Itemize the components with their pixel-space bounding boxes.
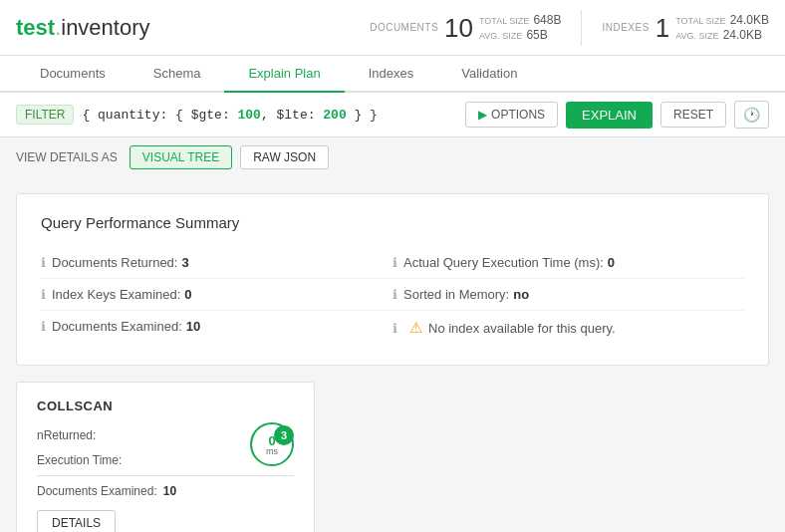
docs-returned-value: 3 <box>181 255 188 270</box>
perf-right-col: ℹ Actual Query Execution Time (ms): 0 ℹ … <box>392 247 744 345</box>
collscan-card: COLLSCAN nReturned: 3 Execution Time: 0 … <box>16 382 315 532</box>
documents-stat: DOCUMENTS 10 TOTAL SIZE 648B AVG. SIZE 6… <box>370 13 561 42</box>
details-button[interactable]: DETAILS <box>37 510 116 532</box>
index-keys-value: 0 <box>184 287 191 302</box>
perf-row-exec-time: ℹ Actual Query Execution Time (ms): 0 <box>392 247 744 279</box>
view-toolbar: VIEW DETAILS AS VISUAL TREE RAW JSON <box>0 137 785 177</box>
indexes-total-size: TOTAL SIZE 24.0KB <box>675 13 769 27</box>
info-icon-2: ℹ <box>41 287 46 302</box>
stat-divider <box>581 10 582 46</box>
nav-tabs: Documents Schema Explain Plan Indexes Va… <box>0 56 785 93</box>
filter-badge[interactable]: FILTER <box>16 105 74 125</box>
perf-row-docs-examined: ℹ Documents Examined: 10 <box>41 311 392 342</box>
visual-tree-button[interactable]: VISUAL TREE <box>130 145 232 169</box>
info-icon-3: ℹ <box>41 319 46 334</box>
options-arrow-icon: ▶ <box>478 108 487 122</box>
total-size-val2: 24.0KB <box>730 13 769 27</box>
reset-button[interactable]: RESET <box>660 102 726 128</box>
raw-json-button[interactable]: RAW JSON <box>240 145 329 169</box>
sorted-label: Sorted in Memory: <box>403 287 509 302</box>
collscan-divider <box>37 475 294 476</box>
query-close: } } <box>347 108 378 123</box>
view-as-label: VIEW DETAILS AS <box>16 150 118 164</box>
indexes-count: 1 <box>655 15 669 41</box>
docs-examined-val: 10 <box>163 484 176 498</box>
explain-button[interactable]: EXPLAIN <box>566 102 653 129</box>
query-comma: , $lte: <box>261 108 323 123</box>
avg-size-val1: 65B <box>526 28 547 42</box>
documents-avg-size: AVG. SIZE 65B <box>479 28 561 42</box>
sorted-value: no <box>513 287 529 302</box>
documents-total-size: TOTAL SIZE 648B <box>479 13 561 27</box>
index-keys-label: Index Keys Examined: <box>52 287 180 302</box>
warning-icon: ⚠ <box>409 319 422 337</box>
header: test.inventory DOCUMENTS 10 TOTAL SIZE 6… <box>0 0 785 56</box>
avg-size-label2: AVG. SIZE <box>675 31 718 41</box>
documents-size-group: TOTAL SIZE 648B AVG. SIZE 65B <box>479 13 561 42</box>
collscan-exectime-row: Execution Time: <box>37 453 224 467</box>
exec-time-label2: Execution Time: <box>37 453 122 467</box>
docs-examined-label: Documents Examined: <box>52 319 182 334</box>
query-toolbar: FILTER { quantity: { $gte: 100, $lte: 20… <box>0 93 785 137</box>
info-icon-5: ℹ <box>392 287 397 302</box>
perf-row-warning: ℹ ⚠ No index available for this query. <box>392 311 744 345</box>
indexes-avg-size: AVG. SIZE 24.0KB <box>675 28 769 42</box>
tab-schema[interactable]: Schema <box>130 56 225 93</box>
tab-indexes[interactable]: Indexes <box>345 56 438 93</box>
logo-test: test <box>16 15 55 40</box>
perf-row-index-keys: ℹ Index Keys Examined: 0 <box>41 279 392 311</box>
documents-label: DOCUMENTS <box>370 22 438 33</box>
tab-documents[interactable]: Documents <box>16 56 130 93</box>
exec-time-value: 0 <box>608 255 615 270</box>
exec-time-circle: 0 ms <box>250 422 294 466</box>
total-size-label1: TOTAL SIZE <box>479 16 529 26</box>
docs-examined-value: 10 <box>186 319 200 334</box>
total-size-val1: 648B <box>533 13 561 27</box>
perf-row-sorted: ℹ Sorted in Memory: no <box>392 279 744 311</box>
collscan-title: COLLSCAN <box>37 399 294 413</box>
options-label: OPTIONS <box>491 108 545 122</box>
options-button[interactable]: ▶ OPTIONS <box>465 102 558 128</box>
exec-time-unit: ms <box>266 446 278 456</box>
nreturned-label: nReturned: <box>37 428 96 442</box>
history-icon: 🕐 <box>743 107 760 123</box>
avg-size-val2: 24.0KB <box>723 28 762 42</box>
avg-size-label1: AVG. SIZE <box>479 31 522 41</box>
performance-summary: Query Performance Summary ℹ Documents Re… <box>16 193 769 366</box>
logo: test.inventory <box>16 15 150 41</box>
exec-time-label: Actual Query Execution Time (ms): <box>403 255 604 270</box>
documents-count: 10 <box>444 15 473 41</box>
warning-text: No index available for this query. <box>428 321 616 336</box>
query-prefix: { quantity: { $gte: <box>82 108 237 123</box>
indexes-stat: INDEXES 1 TOTAL SIZE 24.0KB AVG. SIZE 24… <box>602 13 769 42</box>
tab-validation[interactable]: Validation <box>437 56 541 93</box>
indexes-size-group: TOTAL SIZE 24.0KB AVG. SIZE 24.0KB <box>675 13 769 42</box>
docs-examined-label2: Documents Examined: <box>37 484 157 498</box>
docs-examined-row: Documents Examined: 10 <box>37 484 294 498</box>
main-content: Query Performance Summary ℹ Documents Re… <box>0 177 785 532</box>
history-button[interactable]: 🕐 <box>734 101 769 129</box>
query-display: { quantity: { $gte: 100, $lte: 200 } } <box>82 108 457 123</box>
perf-row-docs-returned: ℹ Documents Returned: 3 <box>41 247 392 279</box>
perf-summary-title: Query Performance Summary <box>41 214 744 231</box>
info-icon-6: ℹ <box>392 321 397 336</box>
info-icon-1: ℹ <box>41 255 46 270</box>
info-icon-4: ℹ <box>392 255 397 270</box>
query-val2: 200 <box>323 108 346 123</box>
indexes-label: INDEXES <box>602 22 649 33</box>
query-val1: 100 <box>237 108 260 123</box>
perf-left-col: ℹ Documents Returned: 3 ℹ Index Keys Exa… <box>41 247 392 345</box>
total-size-label2: TOTAL SIZE <box>675 16 725 26</box>
tab-explain-plan[interactable]: Explain Plan <box>224 56 344 93</box>
perf-grid: ℹ Documents Returned: 3 ℹ Index Keys Exa… <box>41 247 744 345</box>
logo-inventory: inventory <box>61 15 149 40</box>
docs-returned-label: Documents Returned: <box>52 255 177 270</box>
